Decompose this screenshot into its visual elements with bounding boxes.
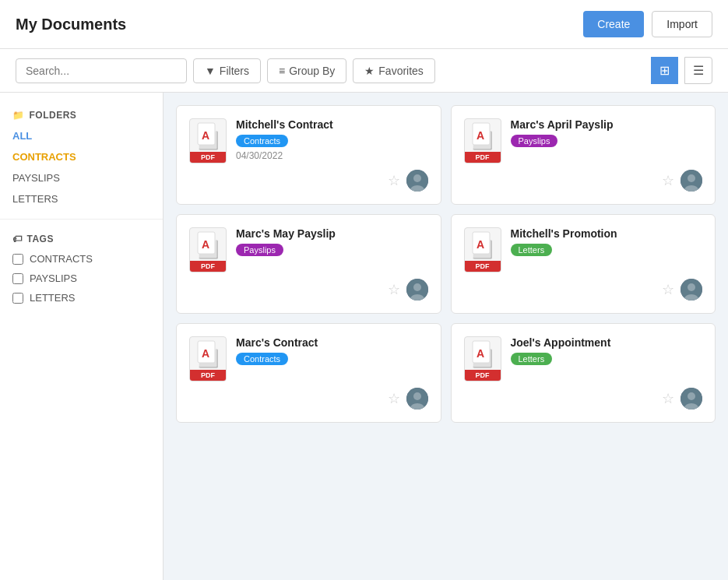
- doc-card[interactable]: ⬜ A PDF Mitchell's Promotion Letters ☆: [451, 214, 716, 314]
- star-icon: ★: [364, 65, 375, 77]
- list-view-button[interactable]: ☰: [684, 57, 712, 84]
- sidebar-item-contracts[interactable]: CONTRACTS: [0, 146, 163, 167]
- tag-checkbox-letters[interactable]: [12, 293, 23, 304]
- pdf-file-icon: A: [196, 122, 220, 150]
- doc-card-footer: ☆: [464, 388, 703, 410]
- svg-point-28: [688, 392, 695, 400]
- create-button[interactable]: Create: [583, 11, 644, 37]
- favorite-star-icon[interactable]: ☆: [388, 390, 400, 407]
- doc-name: Marc's May Payslip: [236, 227, 428, 240]
- doc-name: Mitchell's Promotion: [511, 227, 703, 240]
- doc-date: 04/30/2022: [236, 150, 428, 161]
- doc-card[interactable]: ⬜ A PDF Marc's Contract Contracts ☆: [176, 323, 441, 423]
- favorite-star-icon[interactable]: ☆: [662, 390, 674, 407]
- svg-text:A: A: [202, 238, 209, 251]
- doc-card[interactable]: ⬜ A PDF Joel's Appointment Letters ☆: [451, 323, 716, 423]
- avatar: [406, 279, 428, 301]
- svg-text:A: A: [202, 347, 209, 360]
- sidebar-payslips-label: PAYSLIPS: [12, 172, 60, 184]
- svg-point-18: [688, 283, 695, 291]
- main-layout: 📁 FOLDERS ALL CONTRACTS PAYSLIPS LETTERS…: [0, 93, 728, 580]
- avatar-image: [681, 279, 702, 301]
- filter-icon: ▼: [205, 65, 216, 77]
- pdf-label: PDF: [465, 261, 501, 272]
- doc-info: Marc's Contract Contracts: [236, 336, 428, 368]
- tag-badge: Letters: [511, 244, 553, 256]
- tag-checkbox-payslips[interactable]: [12, 273, 23, 284]
- favorite-star-icon[interactable]: ☆: [662, 281, 674, 298]
- avatar-image: [406, 170, 428, 192]
- sidebar-item-letters[interactable]: LETTERS: [0, 188, 163, 209]
- doc-card-top: ⬜ A PDF Marc's May Payslip Payslips: [189, 227, 428, 272]
- tags-section-title: 🏷 TAGS: [0, 229, 163, 249]
- doc-info: Marc's May Payslip Payslips: [236, 227, 428, 259]
- doc-info: Joel's Appointment Letters: [511, 336, 703, 368]
- folder-icon: 📁: [12, 110, 25, 121]
- pdf-label: PDF: [190, 152, 226, 163]
- doc-card-top: ⬜ A PDF Mitchell's Contract Contracts 04…: [189, 118, 428, 163]
- svg-point-3: [413, 174, 421, 182]
- favorites-button[interactable]: ★ Favorites: [353, 58, 435, 83]
- pdf-icon: ⬜ A PDF: [189, 227, 227, 272]
- avatar-image: [681, 388, 702, 410]
- doc-card[interactable]: ⬜ A PDF Mitchell's Contract Contracts 04…: [176, 105, 441, 205]
- tag-checkbox-contracts[interactable]: [12, 254, 23, 265]
- sidebar-item-payslips[interactable]: PAYSLIPS: [0, 167, 163, 188]
- grid-view-button[interactable]: ⊞: [651, 57, 678, 84]
- group-by-button[interactable]: ≡ Group By: [267, 58, 346, 83]
- tag-payslips-label: PAYSLIPS: [30, 272, 77, 284]
- pdf-file-icon: A: [196, 231, 220, 259]
- pdf-file-icon: A: [471, 122, 494, 150]
- toolbar: ▼ Filters ≡ Group By ★ Favorites ⊞ ☰: [0, 49, 728, 93]
- doc-name: Marc's Contract: [236, 336, 428, 349]
- sidebar-item-all[interactable]: ALL: [0, 125, 163, 146]
- top-bar: My Documents Create Import: [0, 0, 728, 49]
- doc-card-top: ⬜ A PDF Marc's Contract Contracts: [189, 336, 428, 381]
- tag-badge: Payslips: [236, 244, 283, 256]
- favorite-star-icon[interactable]: ☆: [388, 281, 400, 298]
- svg-text:A: A: [477, 129, 484, 142]
- svg-text:A: A: [477, 347, 484, 360]
- svg-point-8: [688, 174, 695, 182]
- tag-item-contracts[interactable]: CONTRACTS: [12, 249, 150, 269]
- favorite-star-icon[interactable]: ☆: [662, 172, 674, 189]
- group-icon: ≡: [279, 65, 285, 77]
- page-title: My Documents: [16, 16, 126, 33]
- filters-label: Filters: [220, 65, 249, 77]
- doc-card-top: ⬜ A PDF Marc's April Payslip Payslips: [464, 118, 703, 163]
- doc-card[interactable]: ⬜ A PDF Marc's April Payslip Payslips ☆: [451, 105, 716, 205]
- tags-label: TAGS: [27, 234, 54, 244]
- doc-card-top: ⬜ A PDF Mitchell's Promotion Letters: [464, 227, 703, 272]
- doc-info: Mitchell's Promotion Letters: [511, 227, 703, 259]
- svg-point-13: [413, 283, 421, 291]
- import-button[interactable]: Import: [652, 11, 712, 37]
- avatar: [681, 279, 702, 301]
- search-input[interactable]: [16, 58, 187, 83]
- folders-label: FOLDERS: [30, 110, 77, 121]
- filters-button[interactable]: ▼ Filters: [193, 58, 261, 83]
- svg-point-23: [413, 392, 421, 400]
- pdf-file-icon: A: [471, 231, 494, 259]
- pdf-icon: ⬜ A PDF: [464, 336, 501, 381]
- group-by-label: Group By: [289, 65, 335, 77]
- pdf-file-icon: A: [471, 340, 494, 368]
- tag-badge: Payslips: [511, 135, 558, 147]
- pdf-icon: ⬜ A PDF: [464, 118, 501, 163]
- doc-card[interactable]: ⬜ A PDF Marc's May Payslip Payslips ☆: [176, 214, 441, 314]
- tag-icon: 🏷: [12, 234, 23, 244]
- svg-text:A: A: [477, 238, 484, 251]
- avatar-image: [681, 170, 702, 192]
- avatar-image: [406, 279, 428, 301]
- tag-item-letters[interactable]: LETTERS: [12, 288, 150, 308]
- folders-section-title: 📁 FOLDERS: [0, 105, 163, 125]
- pdf-icon: ⬜ A PDF: [189, 336, 227, 381]
- tags-section: CONTRACTS PAYSLIPS LETTERS: [0, 249, 163, 308]
- avatar-image: [406, 388, 428, 410]
- tag-item-payslips[interactable]: PAYSLIPS: [12, 269, 150, 288]
- tag-badge: Letters: [511, 353, 553, 365]
- pdf-label: PDF: [190, 370, 226, 381]
- pdf-label: PDF: [190, 261, 226, 272]
- sidebar-contracts-label: CONTRACTS: [12, 151, 76, 163]
- doc-card-footer: ☆: [189, 388, 428, 410]
- favorite-star-icon[interactable]: ☆: [388, 172, 400, 189]
